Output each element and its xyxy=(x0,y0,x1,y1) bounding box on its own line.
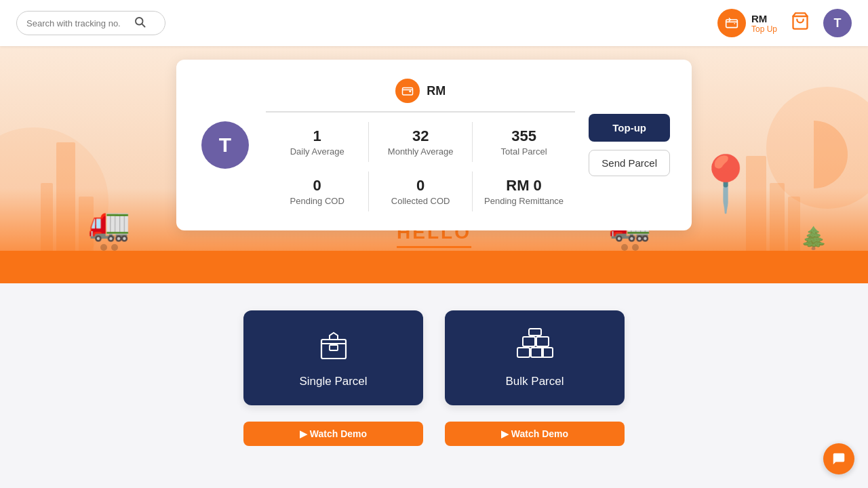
wallet-amount: RM xyxy=(751,13,777,24)
svg-rect-6 xyxy=(321,340,346,359)
card-avatar: T xyxy=(201,121,249,169)
wallet-icon xyxy=(717,9,746,37)
card-wallet-icon xyxy=(395,79,420,103)
parcel-cards-row: Single Parcel xyxy=(243,310,625,405)
main-content: 🌲 🚛 📍 🌲 🌲 🚛 xyxy=(0,46,868,466)
search-input[interactable] xyxy=(26,18,128,28)
single-parcel-card[interactable]: Single Parcel xyxy=(243,310,423,405)
stat-label-3: Total Parcel xyxy=(481,146,567,157)
hello-underline xyxy=(397,246,471,248)
search-bar[interactable] xyxy=(16,11,165,35)
svg-rect-12 xyxy=(536,337,549,346)
svg-rect-13 xyxy=(529,329,541,336)
card-wallet-row: RM xyxy=(266,79,575,103)
svg-line-1 xyxy=(142,24,144,26)
bulk-parcel-icon xyxy=(516,327,554,365)
svg-rect-2 xyxy=(726,20,738,28)
topup-link[interactable]: Top Up xyxy=(751,24,777,34)
card-left: T xyxy=(198,79,252,211)
bottom-section: Single Parcel xyxy=(0,283,868,466)
send-parcel-button[interactable]: Send Parcel xyxy=(589,150,670,176)
chat-bubble[interactable] xyxy=(823,443,854,474)
stat-label-4: Pending COD xyxy=(274,196,360,206)
tree-right2: 🌲 xyxy=(800,225,827,251)
stat-label-5: Collected COD xyxy=(377,196,463,206)
stat-collected-cod: 0 Collected COD xyxy=(369,171,472,211)
single-parcel-icon xyxy=(316,327,351,365)
city-buildings-left xyxy=(41,142,94,251)
avatar[interactable]: T xyxy=(823,9,852,37)
search-icon xyxy=(134,16,146,30)
header: RM Top Up T xyxy=(0,0,868,46)
stat-daily-average: 1 Daily Average xyxy=(266,122,369,162)
card-center: RM 1 Daily Average 32 Monthly Average 35… xyxy=(266,79,575,211)
stat-value-6: RM 0 xyxy=(481,177,567,195)
stat-monthly-average: 32 Monthly Average xyxy=(369,122,472,162)
stat-value-3: 355 xyxy=(481,127,567,145)
dashboard-card: T RM xyxy=(176,60,692,230)
bulk-parcel-label: Bulk Parcel xyxy=(506,375,564,388)
card-divider xyxy=(266,111,575,113)
header-right: RM Top Up T xyxy=(717,9,852,37)
wallet-text: RM Top Up xyxy=(751,13,777,34)
stat-value-5: 0 xyxy=(377,177,463,195)
orange-bar xyxy=(0,251,868,283)
card-wallet-amount: RM xyxy=(427,84,446,98)
location-pin: 📍 xyxy=(692,152,760,216)
svg-rect-11 xyxy=(523,337,535,346)
stat-pending-remittance: RM 0 Pending Remittance xyxy=(473,171,575,211)
single-watch-demo-button[interactable]: ▶ Watch Demo xyxy=(243,422,423,446)
svg-rect-8 xyxy=(517,348,530,357)
stat-value-2: 32 xyxy=(377,127,463,145)
bulk-parcel-card[interactable]: Bulk Parcel xyxy=(445,310,625,405)
stat-pending-cod: 0 Pending COD xyxy=(266,171,369,211)
truck-left: 🚛 xyxy=(88,203,130,251)
watch-demo-row: ▶ Watch Demo ▶ Watch Demo xyxy=(243,422,625,446)
stat-label-2: Monthly Average xyxy=(377,146,463,157)
stat-value-1: 1 xyxy=(274,127,360,145)
hero-section: 🌲 🚛 📍 🌲 🌲 🚛 xyxy=(0,46,868,283)
stat-label-1: Daily Average xyxy=(274,146,360,157)
wallet-area: RM Top Up xyxy=(717,9,777,37)
svg-rect-7 xyxy=(330,345,338,350)
stat-total-parcel: 355 Total Parcel xyxy=(473,122,575,162)
single-parcel-label: Single Parcel xyxy=(299,375,367,388)
stat-value-4: 0 xyxy=(274,177,360,195)
bulk-watch-demo-button[interactable]: ▶ Watch Demo xyxy=(445,422,625,446)
topup-button[interactable]: Top-up xyxy=(589,114,670,142)
stat-label-6: Pending Remittance xyxy=(481,196,567,206)
stats-row-1: 1 Daily Average 32 Monthly Average 355 T… xyxy=(266,122,575,162)
svg-point-5 xyxy=(410,91,411,92)
cart-icon[interactable] xyxy=(791,12,810,35)
card-right: Top-up Send Parcel xyxy=(589,79,670,211)
stats-row-2: 0 Pending COD 0 Collected COD RM 0 Pendi… xyxy=(266,171,575,211)
